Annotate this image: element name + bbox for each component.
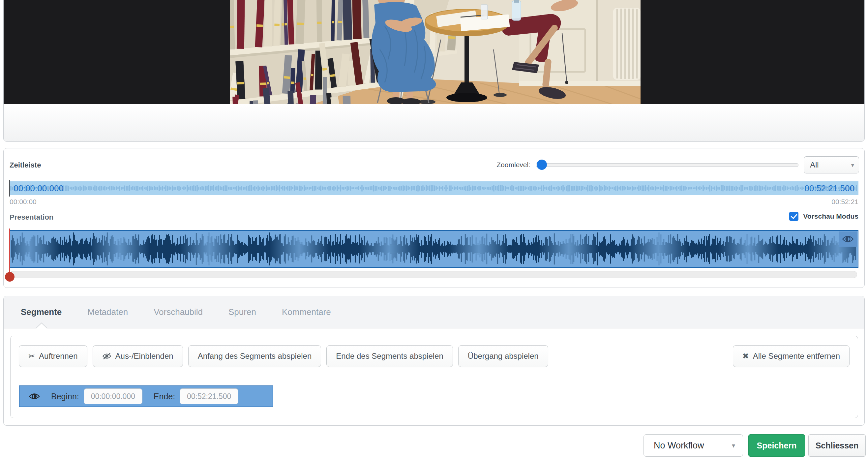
timeline-start-time: 00:00:00.000 — [13, 183, 64, 193]
zoomlevel-label: Zoomlevel: — [496, 161, 530, 169]
segment-toolbar: ✂ Auftrennen Aus-/Einblenden Anfang des … — [19, 345, 548, 367]
preview-mode-toggle: Vorschau Modus — [789, 212, 859, 221]
playhead-red-handle[interactable] — [5, 272, 14, 282]
x-icon: ✖ — [742, 351, 749, 361]
timeline-title: Zeitleiste — [9, 161, 41, 170]
toggle-visibility-button[interactable]: Aus-/Einblenden — [93, 345, 183, 367]
tab-kommentare[interactable]: Kommentare — [282, 307, 331, 317]
timeline-playhead[interactable] — [9, 180, 10, 196]
timeline-panel: Zeitleiste Zoomlevel: All ▾ 00:00:00.000… — [3, 148, 865, 288]
segment-eye-icon[interactable] — [29, 392, 40, 400]
segments-panel: Segmente Metadaten Vorschaubild Spuren K… — [3, 296, 865, 426]
radiator — [613, 8, 641, 80]
play-transition-button[interactable]: Übergang abspielen — [458, 345, 548, 367]
toolbar-divider — [10, 375, 858, 375]
video-letterbox — [4, 0, 864, 104]
playhead-red-line — [9, 228, 10, 275]
tab-spuren[interactable]: Spuren — [228, 307, 256, 317]
zoom-controls: Zoomlevel: All ▾ — [496, 156, 859, 174]
split-button[interactable]: ✂ Auftrennen — [19, 345, 87, 367]
tab-metadaten[interactable]: Metadaten — [87, 307, 128, 317]
zoom-slider-track[interactable] — [536, 163, 799, 167]
waveform-track[interactable] — [9, 230, 859, 268]
video-editor-page: 0HR : 0MIN : 0SEC . 0MS Zeitleiste Zooml… — [0, 0, 868, 459]
timeline-end-time: 00:52:21.500 — [804, 183, 855, 193]
preview-mode-checkbox[interactable] — [789, 212, 799, 221]
tab-segmente[interactable]: Segmente — [21, 307, 62, 317]
chevron-down-icon: ▾ — [724, 441, 743, 450]
remove-all-segments-button[interactable]: ✖ Alle Segmente entfernen — [733, 345, 849, 367]
track-name: Presentation — [9, 213, 53, 222]
scissors-icon: ✂ — [28, 351, 35, 361]
timeline-scrollbar[interactable] — [9, 271, 857, 278]
player-controls-bar: 0HR : 0MIN : 0SEC . 0MS — [4, 104, 864, 142]
timeline-end-label: 00:52:21 — [831, 198, 859, 206]
zoom-slider-handle[interactable] — [537, 160, 547, 170]
timeline-overview-bar[interactable]: 00:00:00.000 00:52:21.500 — [9, 181, 859, 195]
segment-begin-input[interactable] — [84, 389, 143, 404]
eye-icon — [842, 235, 854, 243]
segment-row[interactable]: Beginn: Ende: — [19, 386, 273, 407]
video-frame[interactable] — [230, 0, 641, 104]
close-button[interactable]: Schliessen — [808, 434, 866, 457]
segment-begin-label: Beginn: — [51, 392, 79, 401]
eye-slash-icon — [102, 353, 112, 360]
save-button[interactable]: Speichern — [748, 434, 805, 457]
chevron-down-icon: ▾ — [851, 161, 854, 169]
tab-vorschaubild[interactable]: Vorschaubild — [154, 307, 203, 317]
timeline-start-label: 00:00:00 — [9, 198, 37, 206]
track-visibility-button[interactable] — [839, 232, 857, 247]
player-panel: 0HR : 0MIN : 0SEC . 0MS — [3, 0, 865, 142]
play-segment-start-button[interactable]: Anfang des Segments abspielen — [188, 345, 321, 367]
zoom-range-select[interactable]: All ▾ — [804, 156, 859, 174]
segment-end-label: Ende: — [154, 392, 175, 401]
segment-end-input[interactable] — [180, 389, 238, 404]
workflow-dropdown[interactable]: No Workflow ▾ — [644, 434, 743, 457]
segments-content: ✂ Auftrennen Aus-/Einblenden Anfang des … — [10, 336, 858, 418]
play-segment-end-button[interactable]: Ende des Segments abspielen — [327, 345, 453, 367]
tabs-header: Segmente Metadaten Vorschaubild Spuren K… — [4, 296, 864, 329]
preview-mode-label: Vorschau Modus — [803, 212, 859, 220]
